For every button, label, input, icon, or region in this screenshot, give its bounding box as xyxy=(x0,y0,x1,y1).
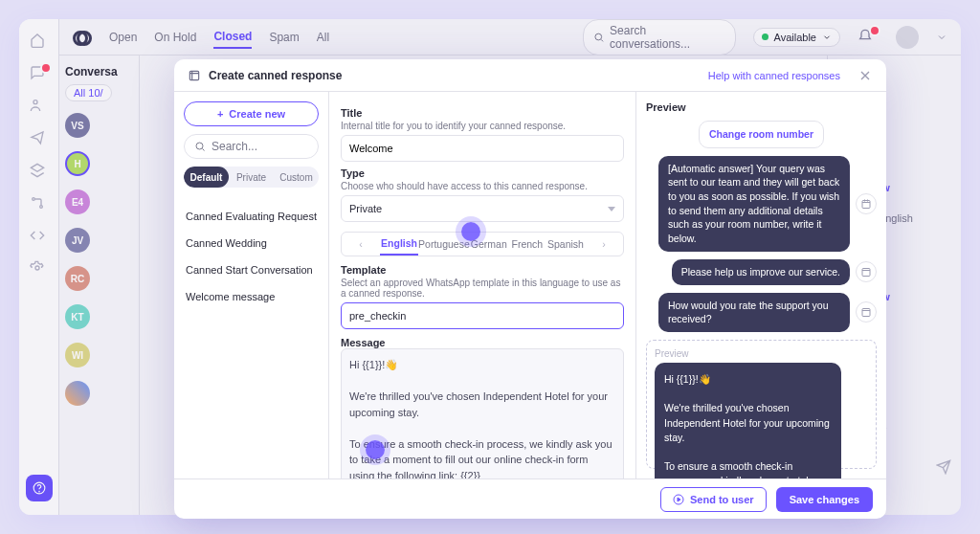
calendar-icon xyxy=(856,261,877,282)
type-hint: Choose who should have access to this ca… xyxy=(341,181,624,191)
help-link[interactable]: Help with canned responses xyxy=(708,70,840,81)
template-icon xyxy=(188,69,201,82)
canned-response-modal: Create canned response Help with canned … xyxy=(174,59,886,519)
type-value: Private xyxy=(349,203,382,214)
svg-rect-10 xyxy=(862,269,870,277)
svg-point-8 xyxy=(196,143,203,149)
preview-output: Preview Hi {{1}}!👋 We're thrilled you've… xyxy=(646,340,877,469)
message-textarea[interactable]: Hi {{1}}!👋 We're thrilled you've chosen … xyxy=(341,348,624,478)
segment-private[interactable]: Private xyxy=(229,167,274,188)
modal-form: Title Internal title for you to identify… xyxy=(329,92,635,478)
search-canned[interactable]: Search... xyxy=(184,134,319,159)
preview-label: Preview xyxy=(646,101,877,113)
lang-tab-spanish[interactable]: Spanish xyxy=(546,234,585,255)
segment-custom[interactable]: Custom xyxy=(274,167,319,188)
preview-row: Please help us improve our service. xyxy=(646,259,877,285)
preview-row: How would you rate the support you recei… xyxy=(646,293,877,332)
search-icon xyxy=(194,141,206,152)
type-select[interactable]: Private xyxy=(341,195,624,222)
canned-item[interactable]: Welcome message xyxy=(184,283,319,310)
canned-item[interactable]: Canned Start Conversation xyxy=(184,256,319,283)
modal-title: Create canned response xyxy=(209,69,342,82)
svg-rect-11 xyxy=(862,309,870,317)
title-hint: Internal title for you to identify your … xyxy=(341,121,624,131)
chevron-right-icon[interactable]: › xyxy=(585,234,623,255)
play-icon xyxy=(673,494,684,505)
modal-body: + Create new Search... Default Private C… xyxy=(174,92,886,478)
send-to-user-button[interactable]: Send to user xyxy=(660,487,767,512)
preview-tag: Preview xyxy=(655,348,868,359)
preview-row: Change room number xyxy=(646,121,877,148)
lang-tab-portuguese[interactable]: Portuguese xyxy=(418,234,470,255)
preview-bubble: How would you rate the support you recei… xyxy=(658,293,850,332)
title-label: Title xyxy=(341,107,624,119)
title-input[interactable] xyxy=(341,135,624,162)
lang-tab-english[interactable]: English xyxy=(380,233,418,256)
modal-footer: Send to user Save changes xyxy=(174,478,886,519)
template-hint: Select an approved WhatsApp template in … xyxy=(341,278,624,299)
calendar-icon xyxy=(856,193,877,214)
create-new-button[interactable]: + Create new xyxy=(184,101,319,126)
svg-rect-9 xyxy=(862,200,870,208)
calendar-icon xyxy=(856,301,877,323)
save-changes-label: Save changes xyxy=(790,494,859,505)
canned-list: Canned Evaluating Request Canned Wedding… xyxy=(184,203,319,310)
preview-message: Hi {{1}}!👋 We're thrilled you've chosen … xyxy=(655,363,841,478)
chevron-left-icon[interactable]: ‹ xyxy=(342,234,380,255)
message-label: Message xyxy=(341,337,624,348)
segment-control: Default Private Custom xyxy=(184,167,319,188)
lang-tab-german[interactable]: German xyxy=(470,234,508,255)
plus-icon: + xyxy=(217,108,223,120)
close-button[interactable] xyxy=(858,68,873,83)
language-tabs: ‹ English Portuguese German French Spani… xyxy=(341,232,624,256)
send-to-user-label: Send to user xyxy=(690,494,754,505)
lang-tab-french[interactable]: French xyxy=(508,234,546,255)
modal-left-panel: + Create new Search... Default Private C… xyxy=(174,92,329,478)
template-label: Template xyxy=(341,264,624,276)
preview-bubble: Please help us improve our service. xyxy=(672,259,850,285)
template-value: pre_checkin xyxy=(349,310,406,322)
template-select[interactable]: pre_checkin xyxy=(341,302,624,329)
canned-item[interactable]: Canned Evaluating Request xyxy=(184,203,319,230)
modal-header: Create canned response Help with canned … xyxy=(174,59,886,92)
svg-rect-7 xyxy=(189,71,198,79)
preview-bubble: [Automatic answer] Your query was sent t… xyxy=(658,156,850,252)
preview-row: [Automatic answer] Your query was sent t… xyxy=(646,156,877,252)
segment-default[interactable]: Default xyxy=(184,167,229,188)
preview-panel: Preview Change room number [Automatic an… xyxy=(635,92,886,478)
search-placeholder: Search... xyxy=(212,140,257,153)
save-changes-button[interactable]: Save changes xyxy=(776,487,873,512)
canned-item[interactable]: Canned Wedding xyxy=(184,230,319,256)
type-label: Type xyxy=(341,167,624,179)
change-room-button[interactable]: Change room number xyxy=(699,121,824,148)
create-new-label: Create new xyxy=(229,108,285,120)
